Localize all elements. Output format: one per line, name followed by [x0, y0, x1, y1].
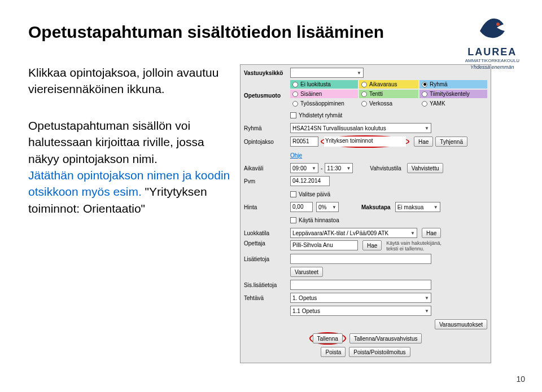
para2-text1: Opetustapahtuman sisällön voi halutessaa… [28, 119, 204, 165]
laurea-logo-icon [475, 14, 509, 41]
button-varausmuutokset[interactable]: Varausmuutokset [435, 319, 487, 329]
input-opettaja[interactable]: Pilli-Sihvola Anu [290, 240, 358, 250]
logo-sub: AMMATTIKORKEAKOULU [465, 58, 519, 63]
checkbox-valitse-paiva[interactable] [290, 191, 296, 197]
button-hae-opettaja[interactable]: Hae [362, 240, 382, 250]
label-luokkatila: Luokkatila [244, 230, 290, 236]
label-tehtava: Tehtävä [244, 295, 290, 301]
radio-ryhma[interactable]: Ryhmä [419, 80, 487, 89]
radio-verkossa[interactable]: Verkossa [359, 99, 418, 108]
label-opintojakso: Opintojakso [244, 139, 290, 145]
button-varusteet[interactable]: Varusteet [290, 267, 323, 277]
label-sislisatietoja: Sis.lisätietoja [244, 282, 290, 288]
label-opettaja: Opettaja [244, 240, 290, 246]
dropdown-hinta-pct[interactable]: 0%▼ [316, 202, 339, 212]
label-vahvistustila: Vahvistustila [370, 165, 401, 171]
form-panel: Vastuuyksikkö ▼ Opetusmuoto Ei luokitust… [240, 64, 491, 363]
input-lisatietoja[interactable] [290, 254, 431, 264]
page-title: Opetustapahtuman sisältötiedon lisäämine… [28, 23, 514, 42]
button-tallenna[interactable]: Tallenna [313, 333, 343, 343]
time-separator: - [321, 165, 322, 171]
radio-ei-luokitusta[interactable]: Ei luokitusta [290, 80, 358, 89]
highlight-tallenna: Tallenna [309, 332, 346, 345]
button-poista-ilmoitus[interactable]: Poista/Poistoilmoitus [349, 347, 410, 357]
dropdown-maksutapa[interactable]: Ei maksua▼ [395, 202, 440, 212]
label-kayta-hinnastoa: Käytä hinnastoa [299, 217, 339, 223]
input-hinta[interactable]: 0,00 [290, 202, 313, 212]
dropdown-tehtava2[interactable]: 1.1 Opetus▼ [290, 306, 431, 316]
dropdown-time-from[interactable]: 09:00▼ [290, 163, 318, 173]
checkbox-kayta-hinnastoa[interactable] [290, 217, 296, 223]
button-poista[interactable]: Poista [321, 347, 346, 357]
radio-tentti[interactable]: Tentti [359, 90, 418, 98]
logo-name: LAUREA [465, 46, 519, 58]
checkbox-yhdistetyt[interactable] [290, 112, 296, 118]
button-vahvistettu[interactable]: Vahvistettu [407, 163, 444, 173]
dropdown-vastuuyksikko[interactable]: ▼ [290, 68, 364, 78]
radio-sisainen[interactable]: Sisäinen [290, 90, 358, 98]
radio-yamk[interactable]: YAMK [419, 99, 487, 108]
label-valitse-paiva: Valitse päivä [299, 191, 330, 197]
input-opintojakso-code[interactable]: R0051 [290, 136, 318, 147]
label-lisatietoja: Lisätietoja [244, 256, 290, 262]
label-opetusmuoto: Opetusmuoto [244, 80, 290, 99]
chevron-down-icon: ▼ [425, 126, 429, 131]
dropdown-tehtava1[interactable]: 1. Opetus▼ [290, 293, 431, 303]
input-opintojakso-name[interactable]: Yrityksen toiminnot [324, 136, 406, 147]
logo-tagline: Yhdessä enemmän [465, 64, 519, 70]
label-yhdistetyt: Yhdistetyt ryhmät [299, 112, 342, 118]
label-vastuuyksikko: Vastuuyksikkö [244, 70, 290, 76]
input-sislisatietoja[interactable] [290, 280, 431, 290]
label-ryhma: Ryhmä [244, 125, 290, 131]
intro-paragraph-2: Opetustapahtuman sisällön voi halutessaa… [28, 117, 234, 217]
highlight-opintojakso-name: Yrityksen toiminnot [321, 135, 409, 148]
button-hae-luokkatila[interactable]: Hae [422, 228, 441, 238]
radio-tiimityoskentely[interactable]: Tiimityöskentely [419, 90, 487, 98]
input-pvm[interactable]: 04.12.2014 [290, 176, 330, 186]
radio-aikavaraus[interactable]: Aikavaraus [359, 80, 418, 89]
dropdown-luokkatila[interactable]: Leppävaara/ATK-tilat / LvPää/009 ATK▼ [290, 228, 417, 238]
radio-tyossaoppiminen[interactable]: Työssäoppiminen [290, 99, 358, 108]
button-hae-opintojakso[interactable]: Hae [414, 136, 433, 147]
page-number: 10 [516, 375, 525, 384]
button-tallenna-varaus[interactable]: Tallenna/Varausvahvistus [349, 333, 422, 343]
label-aikavali: Aikaväli [244, 165, 290, 171]
dropdown-ryhma[interactable]: HSA214SN Turvallisuusalan koulutus▼ [290, 123, 431, 133]
logo: LAUREA AMMATTIKORKEAKOULU Yhdessä enemmä… [465, 14, 519, 70]
button-tyhjenna[interactable]: Tyhjennä [435, 136, 467, 147]
label-maksutapa: Maksutapa [361, 204, 391, 210]
intro-paragraph-1: Klikkaa opintojaksoa, jolloin avautuu vi… [28, 64, 234, 98]
chevron-down-icon: ▼ [357, 71, 361, 76]
opetusmuoto-options: Ei luokitusta Aikavaraus Ryhmä Sisäinen … [290, 80, 487, 108]
label-hinta: Hinta [244, 204, 290, 210]
svg-point-0 [496, 23, 500, 26]
label-pvm: Pvm [244, 178, 290, 184]
dropdown-time-to[interactable]: 11:30▼ [325, 163, 353, 173]
hint-opettaja: Käytä vain hakutekijänä, teksti ei talle… [386, 240, 454, 252]
link-ohje[interactable]: Ohje [290, 152, 302, 158]
